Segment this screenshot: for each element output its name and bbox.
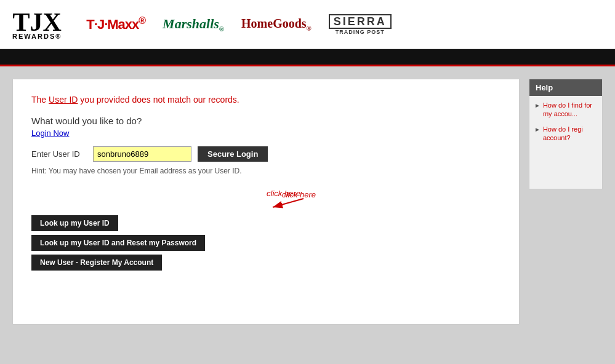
marshalls-logo[interactable]: Marshalls® xyxy=(163,16,224,33)
help-sidebar: Help ► How do I find for my accou... ► H… xyxy=(529,79,603,189)
new-user-button[interactable]: New User - Register My Account xyxy=(31,255,162,271)
what-to-do-text: What would you like to do? xyxy=(31,116,500,126)
black-bar xyxy=(0,49,615,66)
help-bullet-1: ► xyxy=(534,102,541,119)
help-links: ► How do I find for my accou... ► How do… xyxy=(529,96,602,153)
help-link-item-1[interactable]: ► How do I find for my accou... xyxy=(534,101,597,119)
sierra-logo[interactable]: SIERRA TRADING POST xyxy=(329,14,392,35)
tjx-logo: TJX REWARDS® xyxy=(12,9,62,40)
tjmaxx-logo[interactable]: T·J·Maxx® xyxy=(86,15,145,33)
brand-logos-container: T·J·Maxx® Marshalls® HomeGoods® SIERRA T… xyxy=(86,14,391,35)
annotation-area: click here click here xyxy=(31,188,500,212)
user-id-input[interactable] xyxy=(93,146,191,162)
help-link-text-2: How do I regi account? xyxy=(543,125,597,143)
lookup-reset-button[interactable]: Look up my User ID and Reset my Password xyxy=(31,235,205,251)
user-id-label: Enter User ID xyxy=(31,149,87,159)
help-link-text-1: How do I find for my accou... xyxy=(543,101,597,119)
svg-text:click here: click here xyxy=(267,189,300,198)
homegoods-logo[interactable]: HomeGoods® xyxy=(241,17,312,32)
tjx-letters: TJX xyxy=(12,9,61,35)
page-header: TJX REWARDS® T·J·Maxx® Marshalls® HomeGo… xyxy=(0,0,615,49)
action-buttons-container: Look up my User ID Look up my User ID an… xyxy=(31,215,500,271)
main-area: The User ID The User ID you provided doe… xyxy=(0,66,615,337)
user-id-row: Enter User ID Secure Login xyxy=(31,146,500,162)
svg-line-2 xyxy=(273,199,303,207)
secure-login-button[interactable]: Secure Login xyxy=(198,146,268,162)
arrow-annotation: click here xyxy=(267,188,365,212)
help-link-item-2[interactable]: ► How do I regi account? xyxy=(534,125,597,143)
error-message: The User ID The User ID you provided doe… xyxy=(31,95,500,105)
help-header: Help xyxy=(529,79,602,96)
hint-text: Hint: You may have chosen your Email add… xyxy=(31,167,500,175)
login-card: The User ID The User ID you provided doe… xyxy=(12,79,520,325)
help-bullet-2: ► xyxy=(534,126,541,143)
login-now-link[interactable]: Login Now xyxy=(31,129,500,138)
tjx-rewards-label: REWARDS® xyxy=(12,33,62,40)
lookup-userid-button[interactable]: Look up my User ID xyxy=(31,215,118,231)
userid-highlight: User ID xyxy=(49,95,78,105)
